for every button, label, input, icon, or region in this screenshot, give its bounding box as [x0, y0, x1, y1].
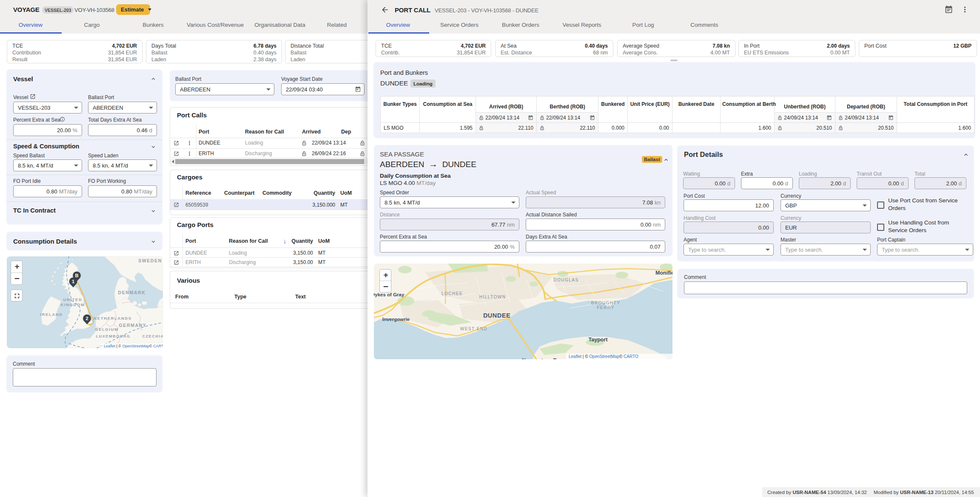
svg-text:2: 2 [85, 316, 88, 321]
svg-text:UNITED: UNITED [63, 297, 83, 302]
svg-text:DOUGLAS: DOUGLAS [553, 278, 578, 282]
svg-text:Newport-on-Tay: Newport-on-Tay [522, 358, 562, 359]
svg-text:Dykes of Gray: Dykes of Gray [374, 292, 405, 297]
svg-text:Monifie: Monifie [655, 270, 672, 276]
svg-text:LUXEMBOURG: LUXEMBOURG [96, 334, 131, 338]
svg-text:Invergowrie: Invergowrie [382, 317, 410, 322]
svg-text:B: B [75, 273, 79, 278]
svg-text:Leaflet | © OpenStreetMap© CAR: Leaflet | © OpenStreetMap© CARTO [104, 344, 163, 348]
svg-text:KINGDOM: KINGDOM [60, 302, 85, 307]
svg-text:IRELAND: IRELAND [40, 312, 63, 317]
svg-text:DENMARK: DENMARK [118, 290, 146, 295]
svg-text:Tayport: Tayport [589, 337, 608, 343]
svg-text:WEST END: WEST END [460, 327, 488, 331]
svg-text:BROUGHTY: BROUGHTY [591, 301, 621, 305]
svg-text:DUNDEE: DUNDEE [483, 312, 510, 319]
svg-text:FERRY: FERRY [597, 305, 614, 310]
svg-text:Leaflet | © OpenStreetMap© CAR: Leaflet | © OpenStreetMap© CARTO [569, 354, 638, 359]
svg-text:LOCHEE: LOCHEE [442, 291, 463, 296]
svg-text:1: 1 [72, 279, 74, 284]
svg-text:HILLTOWN: HILLTOWN [479, 295, 506, 299]
svg-text:NETHERLANDS: NETHERLANDS [94, 316, 131, 321]
svg-text:SWEDEN: SWEDEN [138, 258, 162, 263]
svg-text:CZECHIA: CZECHIA [142, 334, 163, 338]
svg-text:BELGIUM: BELGIUM [95, 327, 118, 332]
svg-text:GERMANY: GERMANY [119, 323, 147, 328]
